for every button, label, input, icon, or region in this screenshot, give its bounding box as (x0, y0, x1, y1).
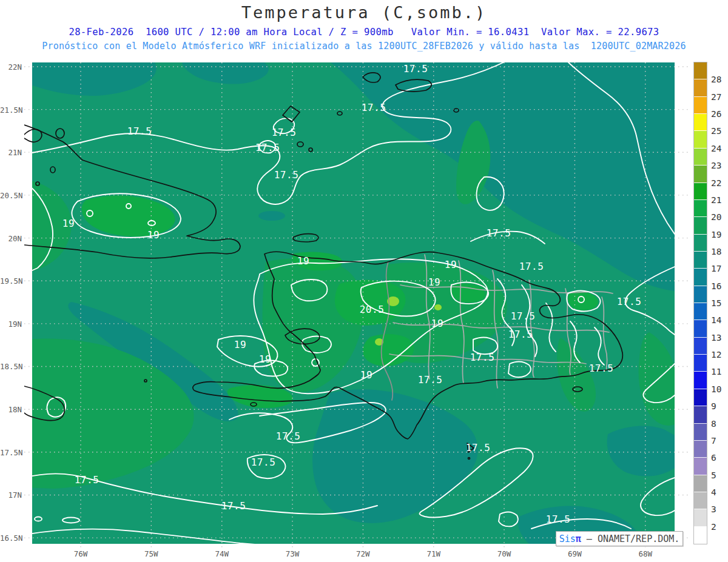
contour-label: 17.5 (75, 474, 99, 486)
colorbar-band (694, 97, 707, 114)
lon-label: 76W (74, 549, 88, 558)
colorbar-tick-label: 24 (711, 144, 721, 153)
colorbar-tick-label: 4 (711, 487, 716, 497)
colorbar-band (694, 320, 707, 337)
contour-label: 17.5 (487, 227, 511, 239)
colorbar-tick-label: 9 (711, 401, 716, 411)
colorbar-band (694, 475, 707, 492)
colorbar-tick-label: 25 (711, 126, 721, 136)
contour-label: 17.5 (272, 127, 297, 138)
colorbar-band (694, 79, 707, 96)
lat-label: 22N (0, 62, 22, 72)
colorbar-tick-label: 10 (711, 384, 721, 394)
colorbar-tick-label: 21 (711, 195, 721, 205)
colorbar-tick-label: 7 (711, 436, 716, 446)
colorbar-tick-label: 16 (711, 281, 721, 291)
lon-label: 73W (286, 549, 300, 558)
lon-label: 75W (144, 549, 158, 558)
contour-label: 17.5 (251, 457, 276, 468)
lon-label: 74W (215, 549, 229, 558)
colorbar-band (694, 131, 707, 148)
lon-label: 69W (568, 549, 582, 558)
colorbar-band (694, 62, 707, 79)
lat-label: 16.5N (0, 534, 22, 543)
contour-label: 19 (445, 259, 457, 270)
colorbar-band (694, 114, 707, 131)
colorbar-band (694, 338, 707, 355)
contour-label: 19 (234, 339, 246, 350)
colorbar-band (694, 149, 707, 166)
lon-label: 71W (426, 549, 440, 558)
badge-org-text: ONAMET/REP.DOM. (598, 534, 679, 544)
colorbar-tick-label: 19 (711, 230, 721, 239)
colorbar-tick-label: 12 (711, 350, 721, 360)
contour-label: 17.5 (255, 142, 280, 153)
contour-label: 20.5 (360, 304, 385, 315)
colorbar-band (694, 166, 707, 182)
colorbar-tick-label: 13 (711, 333, 721, 343)
colorbar-band (694, 372, 707, 389)
colorbar-band (694, 286, 707, 303)
colorbar-band (694, 303, 707, 320)
colorbar-band (694, 217, 707, 234)
lat-label: 18.5N (0, 362, 22, 371)
colorbar-band (694, 389, 707, 406)
contour-label: 17.5 (519, 261, 544, 272)
colorbar-tick-label: 8 (711, 419, 716, 429)
colorbar-tick-label: 15 (711, 298, 721, 308)
lat-label: 21N (0, 148, 22, 157)
weather-map-page: Temperatura (C,somb.) 28-Feb-2026 1600 U… (0, 0, 728, 562)
pi-icon: π (576, 534, 581, 544)
map-svg (0, 0, 728, 562)
contour-label: 17.5 (403, 63, 428, 75)
lat-label: 21.5N (0, 105, 22, 114)
contour-label: 19 (147, 229, 160, 241)
contour-label: 19 (259, 353, 271, 365)
colorbar-tick-label: 28 (711, 75, 721, 84)
contour-label: 17.5 (511, 310, 536, 322)
contour-label: 17.5 (221, 500, 246, 512)
lon-label: 72W (356, 549, 370, 558)
contour-label: 19 (428, 276, 440, 288)
colorbar-band (694, 200, 707, 217)
contour-label: 17.5 (418, 374, 443, 386)
lat-label: 17.5N (0, 447, 22, 457)
contour-label: 17.5 (617, 296, 642, 307)
colorbar-tick-label: 27 (711, 92, 721, 102)
colorbar-band (694, 424, 707, 441)
contour-label: 17.5 (276, 430, 301, 442)
colorbar-band (694, 527, 707, 544)
colorbar-band (694, 492, 707, 509)
colorbar-band (694, 458, 707, 475)
contour-label: 19 (360, 369, 372, 381)
colorbar-tick-label: 26 (711, 109, 721, 119)
contour-label: 19 (431, 318, 443, 329)
lon-label: 68W (638, 549, 652, 558)
colorbar-band (694, 509, 707, 526)
lat-label: 17N (0, 490, 22, 500)
colorbar-tick-label: 17 (711, 264, 721, 273)
colorbar-band (694, 441, 707, 458)
lat-label: 19.5N (0, 276, 22, 286)
contour-label: 17.5 (589, 363, 614, 374)
colorbar-band (694, 183, 707, 200)
contour-label: 17.5 (466, 442, 491, 453)
lat-label: 20N (0, 233, 22, 243)
colorbar-tick-label: 3 (711, 504, 716, 514)
contour-label: 17.5 (274, 169, 299, 181)
sispi-logo-text: Sis (559, 534, 576, 544)
lat-label: 19N (0, 319, 22, 328)
shaded-field (24, 62, 675, 544)
contour-label: 17.5 (470, 352, 495, 363)
contour-label: 17.5 (362, 102, 386, 113)
colorbar-tick-label: 22 (711, 178, 721, 188)
colorbar-tick-label: 14 (711, 315, 721, 325)
colorbar (694, 62, 707, 544)
sispi-badge: Sisπ – ONAMET/REP.DOM. (556, 531, 683, 546)
contour-label: 17.5 (508, 329, 533, 340)
contour-label: 19 (62, 218, 75, 229)
colorbar-tick-label: 2 (711, 522, 716, 532)
colorbar-tick-label: 5 (711, 470, 716, 480)
badge-separator: – (581, 534, 598, 544)
colorbar-tick-label: 18 (711, 247, 721, 256)
